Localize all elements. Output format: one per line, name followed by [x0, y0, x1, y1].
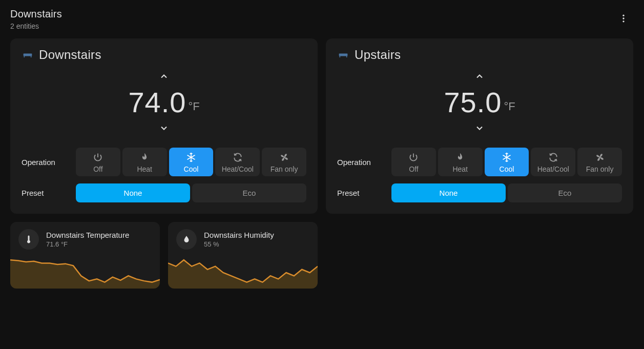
svg-rect-3 — [24, 54, 32, 56]
thermostat-icon — [22, 49, 34, 61]
preset-eco-button[interactable]: Eco — [192, 183, 306, 202]
fan-icon — [279, 152, 290, 163]
thermostat-icon — [337, 49, 349, 61]
mode-heatcool-button[interactable]: Heat/Cool — [531, 148, 575, 176]
thermostat-card: Upstairs75.0°FOperationOffHeatCoolHeat/C… — [326, 38, 633, 214]
sync-icon — [232, 152, 243, 163]
entity-count: 2 entities — [10, 22, 62, 30]
sensor-name: Downstairs Temperature — [46, 231, 129, 239]
mode-off-button[interactable]: Off — [76, 148, 120, 176]
fire-icon — [454, 152, 466, 163]
temp-down-button[interactable] — [470, 119, 489, 137]
sensor-name: Downstairs Humidity — [204, 231, 274, 239]
preset-eco-button[interactable]: Eco — [508, 183, 622, 202]
power-icon — [92, 152, 103, 163]
snow-icon — [501, 152, 512, 163]
sensor-value: 71.6 °F — [46, 240, 129, 248]
operation-label: Operation — [337, 158, 383, 167]
preset-label: Preset — [22, 189, 68, 197]
sync-icon — [548, 152, 559, 163]
power-icon — [408, 152, 419, 163]
mode-off-button[interactable]: Off — [391, 148, 436, 176]
sensor-value: 55 % — [204, 240, 274, 248]
operation-label: Operation — [22, 158, 68, 167]
preset-none-button[interactable]: None — [391, 183, 506, 202]
thermostat-name[interactable]: Downstairs — [39, 48, 101, 62]
page-header: Downstairs 2 entities — [10, 8, 634, 30]
preset-none-button[interactable]: None — [76, 183, 190, 202]
water-icon — [176, 229, 197, 250]
target-temperature: 75.0°F — [444, 86, 515, 119]
thermostat-name[interactable]: Upstairs — [355, 48, 401, 62]
mode-heatcool-button[interactable]: Heat/Cool — [215, 148, 260, 176]
mode-cool-button[interactable]: Cool — [169, 148, 214, 176]
sensor-card[interactable]: Downstairs Temperature71.6 °F — [10, 222, 160, 289]
svg-rect-10 — [339, 54, 348, 56]
mode-fan-button[interactable]: Fan only — [577, 148, 622, 176]
page-title: Downstairs — [10, 8, 62, 20]
thermometer-icon — [18, 229, 39, 250]
sensor-sparkline — [168, 257, 318, 289]
thermostat-card: Downstairs74.0°FOperationOffHeatCoolHeat… — [10, 38, 318, 214]
fire-icon — [139, 152, 150, 163]
svg-point-0 — [622, 15, 624, 16]
snow-icon — [185, 152, 197, 163]
temp-up-button[interactable] — [470, 67, 489, 86]
overflow-menu-button[interactable] — [613, 8, 634, 29]
mode-heat-button[interactable]: Heat — [122, 148, 167, 176]
temp-up-button[interactable] — [155, 67, 173, 86]
temp-down-button[interactable] — [155, 119, 173, 137]
mode-heat-button[interactable]: Heat — [438, 148, 483, 176]
preset-label: Preset — [337, 189, 383, 197]
svg-point-2 — [622, 20, 624, 22]
mode-fan-button[interactable]: Fan only — [262, 148, 306, 176]
sensor-sparkline — [10, 257, 160, 289]
fan-icon — [594, 152, 606, 163]
dots-vertical-icon — [618, 13, 629, 24]
mode-cool-button[interactable]: Cool — [485, 148, 529, 176]
sensor-card[interactable]: Downstairs Humidity55 % — [168, 222, 318, 289]
target-temperature: 74.0°F — [128, 86, 199, 119]
svg-point-1 — [622, 17, 624, 19]
